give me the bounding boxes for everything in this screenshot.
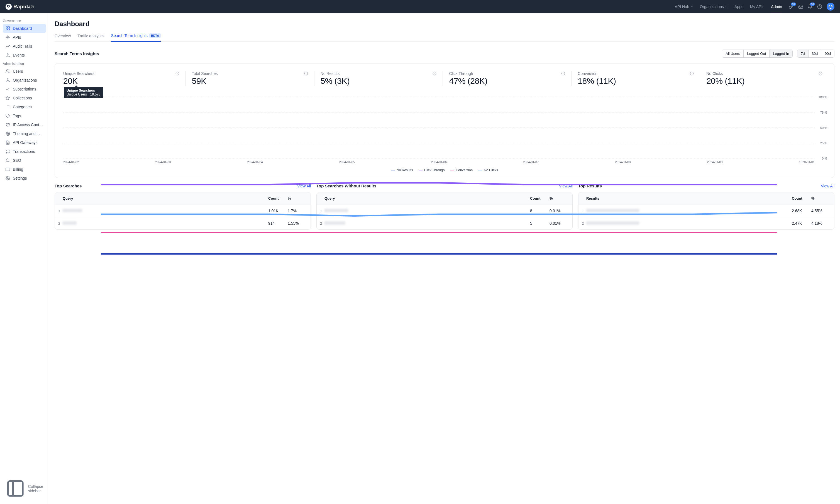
- time-filter-90d[interactable]: 90d: [821, 50, 834, 57]
- sidebar-item-label: APIs: [13, 35, 21, 39]
- row-index: 2: [58, 221, 62, 226]
- users-icon: [5, 69, 10, 73]
- sidebar-section-label: Administration: [3, 59, 46, 67]
- inbox-icon[interactable]: [798, 4, 803, 9]
- sidebar-item-label: Tags: [13, 114, 21, 118]
- sidebar-item-ip-access-control[interactable]: IP Access Control: [3, 120, 46, 129]
- subs-icon: [5, 87, 10, 91]
- settings-icon: [5, 176, 10, 180]
- info-icon[interactable]: [176, 72, 179, 75]
- user-filter: All UsersLogged OutLogged In: [722, 50, 793, 58]
- nav-api-hub[interactable]: API Hub: [675, 4, 693, 9]
- avatar[interactable]: [827, 3, 835, 11]
- page-title: Dashboard: [55, 20, 835, 28]
- metric-no-results: No Results 5% (3K): [315, 71, 443, 86]
- sidebar-item-label: Audit Trails: [13, 44, 32, 49]
- user-filter-logged-out[interactable]: Logged Out: [744, 50, 770, 57]
- sidebar-item-subscriptions[interactable]: Subscriptions: [3, 85, 46, 93]
- logo-suffix: API: [28, 5, 35, 9]
- info-icon[interactable]: [304, 72, 308, 75]
- tab-search-term-insights[interactable]: Search Term InsightsBETA: [111, 33, 161, 42]
- tabs: OverviewTraffic analyticsSearch Term Ins…: [55, 33, 835, 42]
- info-icon[interactable]: [690, 72, 694, 75]
- sidebar-item-organizations[interactable]: Organizations: [3, 76, 46, 85]
- svg-point-15: [8, 81, 10, 82]
- tooltip-label: Unique Users: [67, 92, 87, 96]
- time-filter-7d[interactable]: 7d: [798, 50, 808, 57]
- tab-traffic-analytics[interactable]: Traffic analytics: [77, 33, 104, 41]
- tags-icon: [5, 114, 10, 118]
- legend-swatch: [418, 170, 423, 170]
- collapse-sidebar-button[interactable]: Collapse sidebar: [3, 476, 46, 501]
- svg-line-17: [6, 80, 8, 81]
- metric-no-clicks: No Clicks 20% (11K): [700, 71, 828, 86]
- y-tick-label: 50 %: [820, 126, 827, 129]
- user-filter-all-users[interactable]: All Users: [722, 50, 744, 57]
- svg-rect-35: [8, 481, 23, 496]
- header-nav: API HubOrganizationsAppsMy APIsAdmin 39 …: [675, 3, 835, 11]
- legend-swatch: [450, 170, 454, 170]
- sidebar-item-transactions[interactable]: Transactions: [3, 147, 46, 156]
- sidebar-item-apis[interactable]: APIs: [3, 33, 46, 42]
- info-icon[interactable]: [819, 72, 822, 75]
- orgs-icon: [5, 78, 10, 83]
- metric-value: 5% (3K): [321, 76, 437, 86]
- sidebar-item-theming-and-langu-[interactable]: Theming and Langu…: [3, 129, 46, 138]
- sync-icon[interactable]: 39: [789, 4, 794, 9]
- metric-value: 20K: [63, 76, 179, 86]
- sidebar-item-settings[interactable]: Settings: [3, 174, 46, 183]
- x-tick-label: 2024-01-06: [431, 160, 447, 164]
- sidebar-item-label: SEO: [13, 158, 21, 163]
- legend-item: No Clicks: [478, 168, 498, 172]
- chart-series-no-clicks: [101, 213, 777, 216]
- sidebar: Governance Dashboard APIs Audit Trails E…: [0, 13, 49, 504]
- metric-value: 47% (28K): [449, 76, 565, 86]
- metric-label: No Clicks: [706, 71, 723, 76]
- chart: 0 %25 %50 %75 %100 % 2024-01-022024-01-0…: [60, 97, 828, 172]
- time-filter: 7d30d90d: [797, 50, 835, 58]
- nav-apps[interactable]: Apps: [734, 4, 743, 9]
- collections-icon: [5, 96, 10, 100]
- legend-swatch: [391, 170, 395, 170]
- sidebar-item-label: API Gateways: [13, 140, 38, 145]
- x-tick-label: 2024-01-02: [63, 160, 79, 164]
- sidebar-item-categories[interactable]: Categories: [3, 103, 46, 111]
- metric-value: 59K: [192, 76, 308, 86]
- x-tick-label: 2024-01-07: [523, 160, 539, 164]
- sidebar-item-dashboard[interactable]: Dashboard: [3, 24, 46, 33]
- nav-organizations[interactable]: Organizations: [700, 4, 728, 9]
- time-filter-30d[interactable]: 30d: [808, 50, 822, 57]
- info-icon[interactable]: [561, 72, 565, 75]
- tooltip: Unique SearchersUnique Users19,578: [64, 87, 103, 98]
- info-icon[interactable]: [432, 72, 436, 75]
- view-all-link[interactable]: View All: [821, 184, 835, 188]
- user-filter-logged-in[interactable]: Logged In: [770, 50, 792, 57]
- nav-admin[interactable]: Admin: [771, 4, 782, 13]
- sidebar-item-tags[interactable]: Tags: [3, 111, 46, 120]
- main-content: Dashboard OverviewTraffic analyticsSearc…: [49, 13, 840, 504]
- logo[interactable]: RapidAPI: [5, 4, 34, 10]
- legend-item: Click Through: [418, 168, 445, 172]
- chevron-down-icon: [691, 5, 693, 8]
- sidebar-item-users[interactable]: Users: [3, 67, 46, 76]
- sidebar-item-audit-trails[interactable]: Audit Trails: [3, 42, 46, 51]
- sidebar-item-billing[interactable]: Billing: [3, 165, 46, 174]
- sidebar-item-collections[interactable]: Collections: [3, 93, 46, 103]
- sidebar-item-seo[interactable]: SEO: [3, 156, 46, 165]
- nav-my-apis[interactable]: My APIs: [750, 4, 764, 9]
- svg-point-5: [832, 6, 832, 7]
- svg-point-31: [6, 159, 9, 162]
- svg-point-14: [6, 81, 7, 82]
- legend-label: Conversion: [456, 168, 473, 172]
- legend-item: No Results: [391, 168, 413, 172]
- sidebar-item-events[interactable]: Events: [3, 51, 46, 59]
- bell-icon[interactable]: 16: [808, 4, 813, 9]
- x-tick-label: 2024-01-05: [339, 160, 355, 164]
- tab-label: Overview: [55, 34, 71, 38]
- legend-item: Conversion: [450, 168, 473, 172]
- sidebar-item-api-gateways[interactable]: API Gateways: [3, 138, 46, 147]
- tab-overview[interactable]: Overview: [55, 33, 71, 41]
- svg-point-12: [6, 70, 8, 71]
- help-icon[interactable]: [817, 4, 822, 9]
- svg-rect-33: [6, 168, 10, 171]
